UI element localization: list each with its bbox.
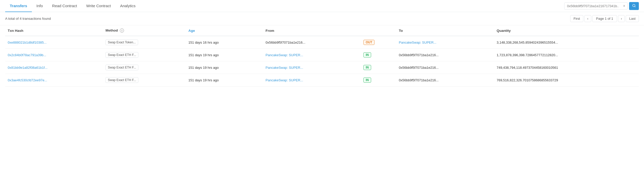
top-navigation: Transfers Info Read Contract Write Contr…: [0, 0, 644, 12]
direction-badge: IN: [363, 65, 371, 70]
cell-to: 0x56bb9f5f7071ba1e216...: [396, 74, 494, 86]
txn-hash-link[interactable]: 0xe888021b1d8df10385...: [8, 41, 47, 44]
col-header-quantity: Quantity: [494, 25, 639, 36]
method-badge: Swap Exact Token...: [105, 40, 138, 45]
cell-method: Swap Exact ETH F...: [103, 74, 186, 86]
col-header-method: Method i: [103, 25, 186, 36]
svg-line-1: [635, 6, 636, 7]
from-link[interactable]: PancakeSwap: SUPER...: [266, 53, 303, 57]
cell-txn-hash: 0xe888021b1d8df10385...: [5, 36, 103, 49]
transfers-table: Txn Hash Method i Age From To Quantity 0…: [5, 25, 639, 86]
transfers-table-container: Txn Hash Method i Age From To Quantity 0…: [0, 25, 644, 86]
from-link[interactable]: PancakeSwap: SUPER...: [266, 78, 303, 82]
table-row: 0xe888021b1d8df10385...Swap Exact Token.…: [5, 36, 639, 49]
toolbar: A total of 4 transactions found First ‹ …: [0, 12, 644, 25]
search-button[interactable]: [629, 2, 639, 10]
cell-method: Swap Exact Token...: [103, 36, 186, 49]
cell-to: 0x56bb9f5f7071ba1e216...: [396, 49, 494, 61]
page-info: Page 1 of 1: [592, 15, 617, 22]
method-info-icon[interactable]: i: [120, 28, 124, 33]
method-badge: Swap Exact ETH F...: [105, 77, 138, 83]
search-clear-button[interactable]: ×: [621, 3, 627, 9]
cell-direction: IN: [361, 49, 396, 61]
cell-to: 0x56bb9f5f7071ba1e216...: [396, 61, 494, 74]
prev-page-button[interactable]: ‹: [584, 15, 591, 22]
cell-method: Swap Exact ETH F...: [103, 49, 186, 61]
txn-hash-link[interactable]: 0x2c84b0f78ac791a39b...: [8, 53, 46, 57]
cell-age: 151 days 19 hrs ago: [186, 74, 263, 86]
cell-quantity: 1,723,878,396,398.7286457772112820...: [494, 49, 639, 61]
cell-direction: IN: [361, 61, 396, 74]
table-row: 0x3ae4fc530cfd72ee97e...Swap Exact ETH F…: [5, 74, 639, 86]
search-icon: [632, 4, 636, 7]
last-page-button[interactable]: Last: [626, 15, 639, 22]
nav-tab-read-contract[interactable]: Read Contract: [48, 0, 82, 12]
pagination: First ‹ Page 1 of 1 › Last: [570, 15, 639, 22]
col-header-direction: [361, 25, 396, 36]
col-header-from: From: [263, 25, 361, 36]
cell-from: PancakeSwap: SUPER...: [263, 49, 361, 61]
first-page-button[interactable]: First: [570, 15, 583, 22]
cell-from: PancakeSwap: SUPER...: [263, 61, 361, 74]
to-link[interactable]: PancakeSwap: SUPER...: [399, 41, 436, 44]
direction-badge: OUT: [363, 40, 374, 45]
txn-hash-link[interactable]: 0x3ae4fc530cfd72ee97e...: [8, 78, 47, 82]
result-count: A total of 4 transactions found: [5, 17, 51, 21]
method-badge: Swap Exact ETH F...: [105, 65, 138, 70]
cell-method: Swap Exact ETH F...: [103, 61, 186, 74]
txn-hash-link[interactable]: 0x81bb9e1a82f08a61b1f...: [8, 66, 48, 70]
cell-quantity: 3,148,338,268,545.8594024396515554...: [494, 36, 639, 49]
table-row: 0x81bb9e1a82f08a61b1f...Swap Exact ETH F…: [5, 61, 639, 74]
nav-tab-analytics[interactable]: Analytics: [115, 0, 140, 12]
table-header-row: Txn Hash Method i Age From To Quantity: [5, 25, 639, 36]
table-row: 0x2c84b0f78ac791a39b...Swap Exact ETH F.…: [5, 49, 639, 61]
nav-tab-write-contract[interactable]: Write Contract: [82, 0, 115, 12]
col-header-txn-hash: Txn Hash: [5, 25, 103, 36]
nav-tab-info[interactable]: Info: [32, 0, 48, 12]
direction-badge: IN: [363, 77, 371, 83]
cell-direction: OUT: [361, 36, 396, 49]
col-header-age: Age: [186, 25, 263, 36]
cell-txn-hash: 0x3ae4fc530cfd72ee97e...: [5, 74, 103, 86]
cell-direction: IN: [361, 74, 396, 86]
cell-age: 151 days 19 hrs ago: [186, 49, 263, 61]
cell-age: 151 days 16 hrs ago: [186, 36, 263, 49]
cell-from: PancakeSwap: SUPER...: [263, 74, 361, 86]
search-input-wrap: 0x56bb9f5f7071ba1e216717341b... ×: [564, 2, 628, 10]
search-input[interactable]: 0x56bb9f5f7071ba1e216717341b...: [565, 3, 621, 9]
col-header-to: To: [396, 25, 494, 36]
next-page-button[interactable]: ›: [618, 15, 625, 22]
direction-badge: IN: [363, 52, 371, 57]
from-link[interactable]: PancakeSwap: SUPER...: [266, 66, 303, 70]
nav-tab-transfers[interactable]: Transfers: [5, 0, 32, 12]
cell-quantity: 749,438,794,118.4973704458160010561: [494, 61, 639, 74]
search-area: 0x56bb9f5f7071ba1e216717341b... ×: [564, 2, 639, 10]
method-badge: Swap Exact ETH F...: [105, 52, 138, 58]
cell-txn-hash: 0x2c84b0f78ac791a39b...: [5, 49, 103, 61]
cell-age: 151 days 19 hrs ago: [186, 61, 263, 74]
cell-from: 0x56bb9f5f7071ba1e216...: [263, 36, 361, 49]
cell-to: PancakeSwap: SUPER...: [396, 36, 494, 49]
cell-txn-hash: 0x81bb9e1a82f08a61b1f...: [5, 61, 103, 74]
cell-quantity: 769,516,822,326.7010758686855633729: [494, 74, 639, 86]
